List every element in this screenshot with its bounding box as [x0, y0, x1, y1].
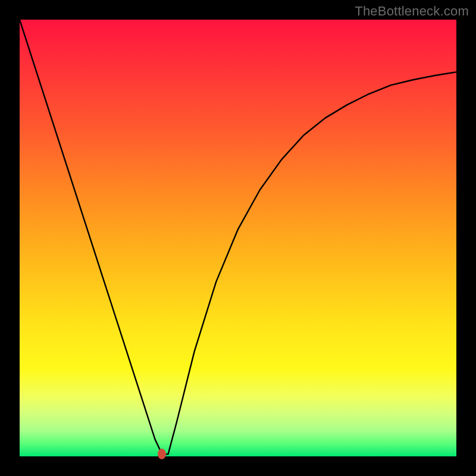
optimal-point-marker [158, 449, 166, 459]
watermark-text: TheBottleneck.com [355, 4, 469, 19]
chart-frame: TheBottleneck.com [0, 0, 476, 476]
curve-svg [20, 20, 456, 456]
plot-area [20, 20, 456, 456]
bottleneck-curve [20, 20, 456, 454]
